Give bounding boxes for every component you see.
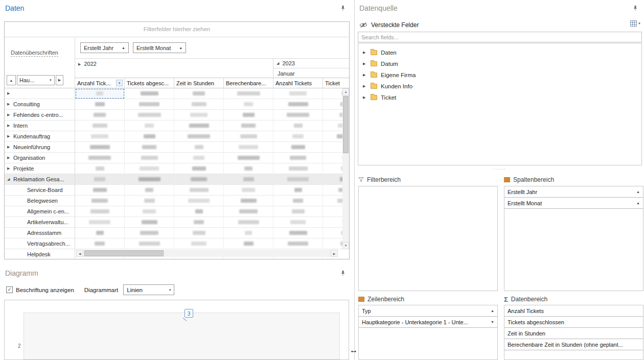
- column-header-zeit-in-stunden[interactable]: Zeit in Stunden: [174, 78, 224, 88]
- pivot-row-header[interactable]: Belegwesen: [5, 196, 75, 206]
- next-field-button[interactable]: ▶: [56, 75, 63, 85]
- expand-icon[interactable]: ▶: [7, 134, 13, 138]
- pivot-cell[interactable]: [75, 88, 125, 99]
- pivot-cell[interactable]: [224, 174, 273, 185]
- pivot-cell[interactable]: [125, 153, 174, 163]
- pivot-cell[interactable]: [224, 153, 273, 163]
- pivot-cell[interactable]: [273, 228, 323, 238]
- pivot-cell[interactable]: [125, 88, 174, 99]
- pivot-cell[interactable]: [174, 142, 224, 153]
- expand-icon[interactable]: ▶: [7, 124, 13, 128]
- area-item-berechenbare-zeit[interactable]: Berechenbare Zeit in Stunden (ohne gepla…: [504, 339, 643, 350]
- pivot-cell[interactable]: [125, 110, 174, 121]
- pivot-cell[interactable]: [273, 99, 323, 110]
- tree-item-daten[interactable]: ▶ Daten: [358, 47, 641, 58]
- pivot-cell[interactable]: [125, 163, 174, 174]
- pivot-row-header[interactable]: ▶: [5, 88, 75, 99]
- horizontal-scrollbar[interactable]: ◀ ▶: [76, 250, 338, 257]
- area-item-hauptkategorie[interactable]: Hauptkategorie - Unterkategorie 1 - Unte…: [359, 317, 497, 328]
- chart-type-select[interactable]: Linien ▼: [123, 284, 174, 295]
- pivot-cell[interactable]: [75, 142, 125, 153]
- pivot-cell[interactable]: [224, 131, 273, 142]
- pivot-cell[interactable]: [323, 88, 342, 99]
- field-button-erstellt-jahr[interactable]: Erstellt Jahr ▲: [80, 42, 129, 53]
- splitter-handle[interactable]: ·····: [356, 167, 644, 171]
- pivot-row-header[interactable]: ▶Kundenauftrag: [5, 131, 75, 142]
- pivot-cell[interactable]: [273, 196, 323, 206]
- pivot-cell[interactable]: [224, 163, 273, 174]
- year-group-2022[interactable]: ▶ 2022: [75, 59, 273, 78]
- pivot-row-header[interactable]: Adressstamm: [5, 228, 75, 238]
- layout-options-button[interactable]: ▼: [630, 20, 641, 27]
- pivot-cell[interactable]: [75, 153, 125, 163]
- pivot-row-header[interactable]: Helpdesk: [5, 249, 75, 259]
- pin-icon[interactable]: [339, 5, 347, 12]
- pivot-cell[interactable]: [174, 238, 224, 249]
- pivot-row-header[interactable]: ◢Reklamation Gesa...: [5, 174, 75, 185]
- pivot-cell[interactable]: [174, 153, 224, 163]
- scroll-right-icon[interactable]: ▶: [331, 250, 338, 257]
- pivot-cell[interactable]: [174, 217, 224, 228]
- tree-item-ticket[interactable]: ▶ Ticket: [358, 92, 641, 103]
- pivot-row-header[interactable]: Vertragsabrech...: [5, 238, 75, 249]
- panel-splitter[interactable]: [354, 0, 355, 360]
- pivot-cell[interactable]: [125, 228, 174, 238]
- tree-item-datum[interactable]: ▶ Datum: [358, 58, 641, 69]
- pivot-cell[interactable]: [224, 185, 273, 196]
- pivot-cell[interactable]: [125, 174, 174, 185]
- pivot-cell[interactable]: [75, 163, 125, 174]
- pivot-row-header[interactable]: ▶Intern: [5, 121, 75, 131]
- pivot-cell[interactable]: [224, 121, 273, 131]
- pivot-cell[interactable]: [125, 121, 174, 131]
- pivot-cell[interactable]: [125, 217, 174, 228]
- chevron-down-icon[interactable]: ▼: [491, 320, 494, 324]
- search-input[interactable]: [358, 32, 642, 42]
- pivot-row-header[interactable]: Allgemein c-en...: [5, 206, 75, 217]
- pivot-row-header[interactable]: ▶Consulting: [5, 99, 75, 110]
- pivot-cell[interactable]: [75, 206, 125, 217]
- pivot-cell[interactable]: [323, 99, 342, 110]
- expand-icon[interactable]: ▶: [7, 145, 13, 149]
- scroll-up-icon[interactable]: ▲: [342, 88, 349, 95]
- area-item-zeit-in-stunden[interactable]: Zeit in Stunden: [504, 328, 643, 339]
- columns-area-box[interactable]: Erstellt Jahr ▲ Erstellt Monat ▲: [504, 186, 643, 291]
- rows-area-box[interactable]: Typ ▲ Hauptkategorie - Unterkategorie 1 …: [358, 305, 498, 360]
- expand-icon[interactable]: ▶: [7, 113, 13, 117]
- show-labels-checkbox[interactable]: ✓: [6, 286, 13, 293]
- tree-item-kunden-info[interactable]: ▶ Kunden Info: [358, 81, 641, 92]
- pivot-cell[interactable]: [75, 121, 125, 131]
- pivot-cell[interactable]: [273, 185, 323, 196]
- pivot-cell[interactable]: [75, 174, 125, 185]
- pivot-cell[interactable]: [224, 88, 273, 99]
- pivot-cell[interactable]: [273, 142, 323, 153]
- filter-drop-zone[interactable]: Filterfelder hierher ziehen: [5, 22, 349, 37]
- area-item-typ[interactable]: Typ ▲: [359, 305, 497, 317]
- pivot-cell[interactable]: [174, 110, 224, 121]
- scroll-left-icon[interactable]: ◀: [76, 250, 83, 257]
- pivot-cell[interactable]: [174, 196, 224, 206]
- column-header-tickets-abgeschlossen[interactable]: Tickets abgesc...: [125, 78, 174, 88]
- column-header-berechenbare[interactable]: Berechenbare...: [224, 78, 273, 88]
- year-group-2023[interactable]: ◢ 2023: [273, 59, 349, 68]
- hidden-fields-row[interactable]: Versteckte Felder: [359, 21, 419, 29]
- expand-icon[interactable]: ▶: [7, 102, 13, 106]
- pivot-cell[interactable]: [224, 99, 273, 110]
- pivot-cell[interactable]: [125, 99, 174, 110]
- pivot-cell[interactable]: [273, 206, 323, 217]
- expand-icon[interactable]: ▶: [7, 91, 13, 95]
- pivot-cell[interactable]: [125, 131, 174, 142]
- pivot-cell[interactable]: [125, 196, 174, 206]
- data-area-box[interactable]: Anzahl Tickets Tickets abgeschlossen Zei…: [504, 305, 643, 360]
- pivot-cell[interactable]: [323, 174, 342, 185]
- column-header-anzahl-tickets-2023[interactable]: Anzahl Tickets: [273, 78, 323, 88]
- pivot-cell[interactable]: [75, 196, 125, 206]
- pivot-cell[interactable]: [75, 99, 125, 110]
- pivot-row-header[interactable]: Artikelverwaltu...: [5, 217, 75, 228]
- scrollbar-thumb[interactable]: [84, 250, 164, 256]
- pivot-cell[interactable]: [174, 121, 224, 131]
- pivot-cell[interactable]: [273, 131, 323, 142]
- pivot-cell[interactable]: [323, 131, 342, 142]
- pivot-cell[interactable]: [75, 131, 125, 142]
- scrollbar-thumb[interactable]: [343, 96, 349, 153]
- pin-icon[interactable]: [339, 270, 347, 277]
